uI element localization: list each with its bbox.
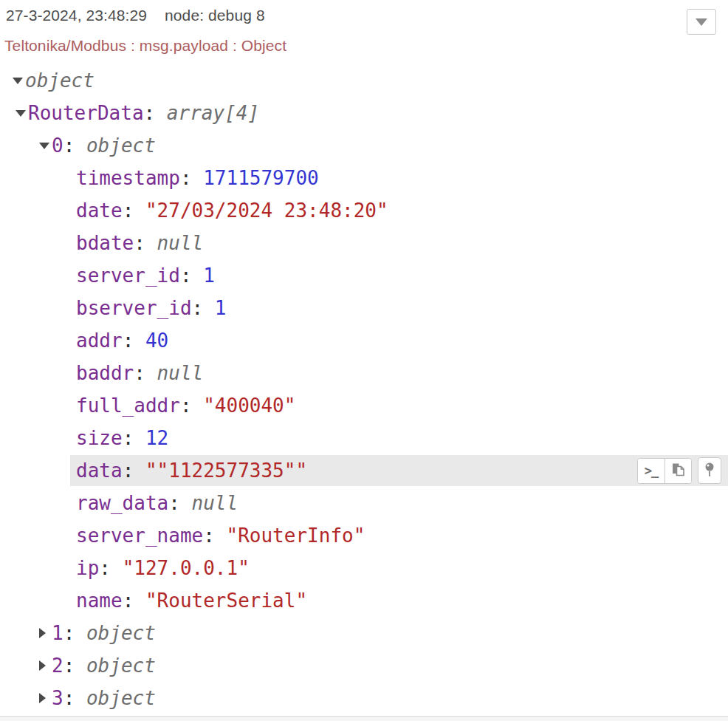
json-colon: : (99, 557, 122, 579)
tree-row: server_id: 1 (0, 259, 728, 292)
json-number: 12 (145, 427, 168, 449)
tree-row: full_addr: "400040" (0, 389, 728, 422)
json-type: array[4] (167, 102, 259, 124)
copy-path-button[interactable]: >_ (638, 459, 665, 483)
json-key: bserver_id (76, 297, 192, 319)
json-colon: : (180, 394, 203, 417)
json-type: object (25, 69, 95, 92)
json-colon: : (134, 232, 157, 254)
json-number: 40 (145, 329, 168, 352)
json-type: null (192, 492, 238, 514)
tree-row: addr: 40 (0, 324, 728, 357)
json-key: server_id (76, 264, 180, 287)
caret-expanded-icon[interactable] (16, 110, 28, 117)
json-key: raw_data (76, 492, 168, 514)
json-key: 2 (52, 655, 63, 677)
json-colon: : (180, 264, 203, 287)
json-key: 1 (52, 622, 63, 644)
caret-collapsed-icon[interactable] (39, 660, 52, 671)
json-key: baddr (76, 362, 134, 384)
json-colon: : (168, 492, 191, 514)
tree-row: raw_data: null (0, 487, 728, 519)
pin-button[interactable] (698, 457, 721, 484)
json-key: server_name (76, 524, 203, 547)
json-key: name (76, 590, 123, 612)
tree-row: bserver_id: 1 (0, 292, 728, 324)
json-colon: : (123, 199, 145, 222)
chevron-down-icon (696, 18, 707, 26)
msg-timestamp: 27-3-2024, 23:48:29 (6, 7, 147, 24)
json-key: full_addr (76, 394, 180, 417)
console-prompt-icon: >_ (645, 463, 658, 478)
json-type: object (86, 134, 156, 157)
tree-row[interactable]: 2: object (0, 649, 728, 682)
debug-message-meta: 27-3-2024, 23:48:29 node: debug 8 (6, 7, 265, 24)
caret-expanded-icon[interactable] (13, 78, 25, 84)
json-key: date (76, 199, 123, 222)
next-message-divider (0, 716, 728, 721)
tree-row: bdate: null (0, 227, 728, 259)
json-key: data (76, 459, 123, 482)
tree-row: timestamp: 1711579700 (0, 162, 728, 194)
tree-row: size: 12 (0, 422, 728, 454)
json-type: object (86, 687, 156, 709)
json-colon: : (63, 655, 86, 677)
tree-row: baddr: null (0, 357, 728, 389)
json-colon: : (123, 459, 145, 482)
json-colon: : (123, 329, 145, 352)
json-colon: : (144, 102, 167, 124)
json-colon: : (203, 524, 226, 547)
json-key: bdate (76, 232, 134, 254)
pin-icon (704, 462, 715, 480)
json-key: timestamp (76, 167, 180, 189)
json-colon: : (192, 297, 215, 319)
json-key: 0 (52, 134, 63, 157)
caret-collapsed-icon[interactable] (39, 628, 52, 638)
tree-row: name: "RouterSerial" (0, 584, 728, 617)
json-string: "27/03/2024 23:48:20" (145, 199, 388, 222)
json-type: null (157, 362, 204, 384)
json-key: addr (76, 329, 123, 352)
json-colon: : (123, 427, 145, 449)
json-key: RouterData (28, 102, 144, 124)
json-colon: : (180, 167, 203, 189)
tree-row[interactable]: RouterData: array[4] (0, 97, 728, 129)
row-tools: >_ (637, 457, 721, 484)
json-object-tree: objectRouterData: array[4]0: objecttimes… (0, 64, 728, 714)
json-colon: : (63, 622, 86, 644)
json-colon: : (63, 134, 86, 157)
json-colon: : (63, 687, 86, 709)
tree-row: data: ""1122577335"">_ (0, 454, 728, 487)
tree-row: date: "27/03/2024 23:48:20" (0, 194, 728, 227)
json-colon: : (134, 362, 157, 384)
json-number: 1 (215, 297, 227, 319)
message-menu-button[interactable] (687, 9, 716, 35)
json-key: ip (76, 557, 99, 579)
json-string: "RouterSerial" (145, 590, 307, 612)
caret-collapsed-icon[interactable] (39, 693, 52, 703)
json-number: 1711579700 (203, 167, 319, 189)
copy-to-clipboard-icon (670, 462, 686, 479)
json-key: size (76, 427, 123, 449)
tree-row[interactable]: 3: object (0, 682, 728, 714)
json-number: 1 (203, 264, 215, 287)
json-string: ""1122577335"" (145, 459, 307, 482)
json-string: "127.0.0.1" (123, 557, 250, 579)
row-tools-button-group: >_ (637, 458, 692, 484)
json-type: null (157, 232, 204, 254)
msg-node-name: node: debug 8 (165, 7, 265, 24)
json-string: "400040" (203, 394, 295, 417)
json-key: 3 (52, 687, 63, 709)
tree-row: ip: "127.0.0.1" (0, 552, 728, 584)
json-colon: : (123, 590, 145, 612)
msg-topic-path: Teltonika/Modbus : msg.payload : Object (4, 37, 286, 55)
tree-row[interactable]: object (0, 64, 728, 97)
tree-row: server_name: "RouterInfo" (0, 519, 728, 552)
caret-expanded-icon[interactable] (39, 143, 52, 149)
json-string: "RouterInfo" (227, 524, 365, 547)
tree-row[interactable]: 1: object (0, 617, 728, 649)
json-type: object (86, 622, 156, 644)
copy-value-button[interactable] (665, 459, 691, 483)
tree-row[interactable]: 0: object (0, 129, 728, 162)
json-type: object (86, 655, 156, 677)
